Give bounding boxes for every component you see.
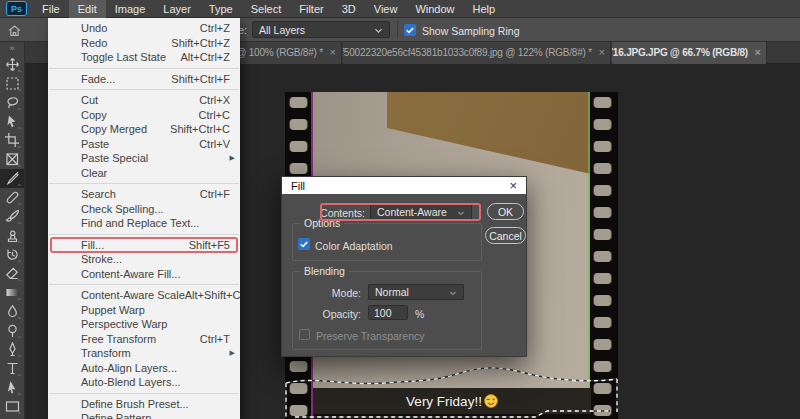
edit-menu: UndoCtrl+ZRedoShift+Ctrl+ZToggle Last St… xyxy=(48,18,240,419)
preserve-transparency-label: Preserve Transparency xyxy=(316,330,425,342)
menu-item-label: Auto-Align Layers... xyxy=(81,362,177,374)
tab-label: IMG_5716.JPG.JPG @ 66.7% (RGB/8) xyxy=(612,47,748,58)
sample-dropdown[interactable]: All Layers xyxy=(252,21,390,38)
menu-item-content-aware-scale[interactable]: Content-Aware ScaleAlt+Shift+Ctrl+C xyxy=(48,288,240,303)
tool-object-selection[interactable] xyxy=(0,112,24,131)
tool-gradient[interactable] xyxy=(0,283,24,302)
menu-item-perspective-warp[interactable]: Perspective Warp xyxy=(48,317,240,332)
fill-dialog: Fill × Contents: Content-Aware OK Cancel… xyxy=(281,176,527,357)
menubar-item-view[interactable]: View xyxy=(365,0,407,18)
menu-item-fade[interactable]: Fade...Shift+Ctrl+F xyxy=(48,72,240,87)
menu-item-paste-special[interactable]: Paste Special▶ xyxy=(48,151,240,166)
menu-item-auto-align-layers[interactable]: Auto-Align Layers... xyxy=(48,361,240,376)
tool-move[interactable] xyxy=(0,55,24,74)
menubar-item-help[interactable]: Help xyxy=(464,0,505,18)
menubar-item-filter[interactable]: Filter xyxy=(290,0,332,18)
tool-lasso[interactable] xyxy=(0,93,24,112)
opacity-label: Opacity: xyxy=(315,308,361,320)
chevron-down-icon xyxy=(449,286,457,298)
photoshop-logo: Ps xyxy=(6,1,27,16)
menu-item-paste[interactable]: PasteCtrl+V xyxy=(48,137,240,152)
menu-item-label: Free Transform xyxy=(81,333,156,345)
menu-item-find-and-replace-text[interactable]: Find and Replace Text... xyxy=(48,216,240,231)
menu-item-stroke[interactable]: Stroke... xyxy=(48,252,240,267)
menu-item-transform[interactable]: Transform▶ xyxy=(48,346,240,361)
photoshop-window: Very Friday!! Ps FileEdit xyxy=(0,0,800,419)
menubar-item-image[interactable]: Image xyxy=(106,0,155,18)
tab-557f5002[interactable]: 557f50022320e56cf45381b1033c0f89.jpg @ 1… xyxy=(343,42,611,64)
menu-item-free-transform[interactable]: Free TransformCtrl+T xyxy=(48,332,240,347)
tool-eraser[interactable] xyxy=(0,264,24,283)
menu-item-copy[interactable]: CopyCtrl+C xyxy=(48,108,240,123)
menu-item-auto-blend-layers[interactable]: Auto-Blend Layers... xyxy=(48,375,240,390)
menu-item-shortcut: Ctrl+V xyxy=(199,138,232,150)
menu-item-undo[interactable]: UndoCtrl+Z xyxy=(48,21,240,36)
menu-item-clear[interactable]: Clear xyxy=(48,166,240,181)
tab-close-icon[interactable]: × xyxy=(330,47,336,58)
menubar-item-edit[interactable]: Edit xyxy=(69,0,106,18)
menu-item-puppet-warp[interactable]: Puppet Warp xyxy=(48,303,240,318)
opacity-input[interactable]: 100 xyxy=(368,305,408,320)
tab-img-5716-active[interactable]: IMG_5716.JPG.JPG @ 66.7% (RGB/8) × xyxy=(612,42,767,64)
tool-rectangular-marquee[interactable] xyxy=(0,74,24,93)
dialog-close-icon[interactable]: × xyxy=(509,179,526,192)
fill-dialog-titlebar[interactable]: Fill × xyxy=(282,177,526,194)
menu-item-search[interactable]: SearchCtrl+F xyxy=(48,187,240,202)
menu-item-define-pattern[interactable]: Define Pattern... xyxy=(48,411,240,419)
tool-crop[interactable] xyxy=(0,131,24,150)
menu-item-copy-merged[interactable]: Copy MergedShift+Ctrl+C xyxy=(48,122,240,137)
menubar-item-type[interactable]: Type xyxy=(200,0,242,18)
menubar-item-select[interactable]: Select xyxy=(242,0,291,18)
menu-item-redo[interactable]: RedoShift+Ctrl+Z xyxy=(48,36,240,51)
mode-dropdown-value: Normal xyxy=(375,286,409,298)
submenu-arrow-icon: ▶ xyxy=(230,154,235,162)
show-sampling-ring-checkbox[interactable] xyxy=(404,24,416,36)
cancel-button[interactable]: Cancel xyxy=(485,227,526,244)
preserve-transparency-checkbox xyxy=(299,329,310,340)
menu-item-label: Cut xyxy=(81,94,98,106)
menu-item-label: Auto-Blend Layers... xyxy=(81,376,181,388)
tool-dodge[interactable] xyxy=(0,321,24,340)
tool-clone-stamp[interactable] xyxy=(0,226,24,245)
menu-bar: Ps FileEditImageLayerTypeSelectFilter3DV… xyxy=(0,0,800,18)
menubar-item-layer[interactable]: Layer xyxy=(154,0,200,18)
tab-close-icon[interactable]: × xyxy=(755,47,761,58)
tool-eyedropper[interactable] xyxy=(0,169,24,188)
film-sprocket-hole xyxy=(290,119,307,130)
menu-item-check-spelling[interactable]: Check Spelling... xyxy=(48,202,240,217)
tool-spot-healing-brush[interactable] xyxy=(0,188,24,207)
film-sprocket-hole xyxy=(594,317,611,328)
mode-dropdown[interactable]: Normal xyxy=(368,284,464,300)
menu-item-label: Perspective Warp xyxy=(81,318,167,330)
film-sprocket-hole xyxy=(594,295,611,306)
menu-item-label: Fade... xyxy=(81,73,115,85)
tool-pen[interactable] xyxy=(0,340,24,359)
tool-frame[interactable] xyxy=(0,150,24,169)
submenu-arrow-icon: ▶ xyxy=(230,349,235,357)
check-icon xyxy=(405,25,415,35)
menubar-item-file[interactable]: File xyxy=(33,0,69,18)
tool-type[interactable] xyxy=(0,359,24,378)
menu-item-cut[interactable]: CutCtrl+X xyxy=(48,93,240,108)
menu-separator xyxy=(49,68,239,69)
menu-item-content-aware-fill[interactable]: Content-Aware Fill... xyxy=(48,267,240,282)
color-adaptation-checkbox[interactable] xyxy=(298,238,310,250)
tool-path-selection[interactable] xyxy=(0,378,24,397)
tool-blur[interactable] xyxy=(0,302,24,321)
menu-item-label: Clear xyxy=(81,167,107,179)
menu-item-fill[interactable]: Fill...Shift+F5 xyxy=(48,238,240,253)
menubar-item-window[interactable]: Window xyxy=(406,0,463,18)
tool-history-brush[interactable] xyxy=(0,245,24,264)
menu-item-toggle-last-state[interactable]: Toggle Last StateAlt+Ctrl+Z xyxy=(48,50,240,65)
tab-close-icon[interactable]: × xyxy=(599,47,605,58)
menu-item-define-brush-preset[interactable]: Define Brush Preset... xyxy=(48,397,240,412)
menubar-item-3d[interactable]: 3D xyxy=(333,0,365,18)
tool-rectangle[interactable] xyxy=(0,397,24,416)
mode-label: Mode: xyxy=(322,287,361,299)
home-button[interactable] xyxy=(5,21,23,39)
ok-button[interactable]: OK xyxy=(487,203,524,220)
toolbar-collapse-button[interactable]: » xyxy=(0,42,24,55)
menu-item-shortcut: Alt+Ctrl+Z xyxy=(180,51,232,63)
menu-item-label: Fill... xyxy=(81,239,104,251)
tool-brush[interactable] xyxy=(0,207,24,226)
